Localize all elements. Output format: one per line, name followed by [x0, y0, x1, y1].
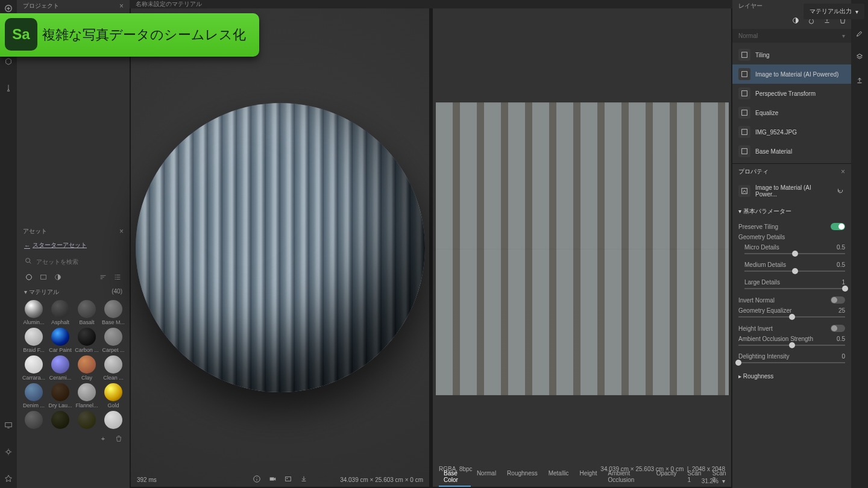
- delete-asset-icon[interactable]: [114, 434, 124, 443]
- close-icon[interactable]: ×: [119, 2, 124, 10]
- add-asset-icon[interactable]: +: [98, 434, 108, 443]
- channel-tab[interactable]: Opacity: [652, 468, 682, 487]
- channel-tab[interactable]: Normal: [472, 468, 501, 487]
- export-icon[interactable]: [299, 474, 309, 484]
- layer-row[interactable]: IMG_9524.JPG: [732, 122, 851, 142]
- svg-rect-20: [742, 130, 747, 135]
- preserve-tiling-toggle[interactable]: [831, 223, 845, 230]
- assets-panel-header: アセット ×: [17, 225, 130, 237]
- reset-icon[interactable]: [835, 186, 845, 196]
- zoom-control[interactable]: 31.2% ▾: [702, 478, 725, 484]
- layer-row[interactable]: Equalize: [732, 103, 851, 122]
- material-item[interactable]: Cerami...: [48, 355, 72, 381]
- left-toolstrip: [0, 0, 17, 488]
- material-label: Gold: [101, 402, 125, 408]
- filter-contrast-icon[interactable]: [53, 272, 63, 282]
- material-label: Asphalt: [48, 319, 72, 325]
- material-output-dropdown[interactable]: マテリアル出力 ▾: [804, 4, 864, 19]
- delighting-slider[interactable]: [738, 362, 845, 363]
- sort-icon[interactable]: [98, 272, 108, 282]
- view-list-icon[interactable]: [113, 272, 122, 282]
- material-item[interactable]: Asphalt: [48, 300, 72, 325]
- material-item[interactable]: Carrara...: [22, 355, 46, 381]
- material-item[interactable]: [75, 411, 99, 430]
- channel-tab[interactable]: Metallic: [544, 468, 574, 487]
- invert-normal-toggle[interactable]: [831, 296, 845, 304]
- layers-icon[interactable]: [855, 52, 864, 61]
- layer-name: Base Material: [755, 148, 792, 155]
- ai-icon: [738, 185, 750, 197]
- material-label: Clay: [75, 375, 99, 381]
- monitor-icon[interactable]: [4, 421, 13, 430]
- center-area: 名称未設定のマテリアル 34.039 cm × 25.603 cm × 0 cm…: [130, 0, 732, 488]
- material-item[interactable]: Car Paint: [48, 328, 72, 353]
- material-item[interactable]: [22, 411, 46, 430]
- layer-row[interactable]: Base Material: [732, 142, 851, 161]
- material-thumbnail: [25, 383, 43, 401]
- channel-tab[interactable]: Height: [575, 468, 602, 487]
- material-item[interactable]: Braid F...: [22, 328, 46, 353]
- filter-image-icon[interactable]: [39, 272, 48, 282]
- cube-icon[interactable]: [4, 57, 13, 66]
- layer-row[interactable]: Tiling: [732, 45, 851, 64]
- gear-icon[interactable]: [4, 447, 13, 457]
- micro-details-slider[interactable]: [744, 253, 845, 254]
- close-icon[interactable]: ×: [119, 227, 124, 236]
- blend-mode-dropdown[interactable]: Normal ▾: [732, 29, 851, 43]
- material-item[interactable]: Carpet ...: [101, 328, 125, 353]
- material-item[interactable]: [48, 411, 72, 430]
- arrow-left-icon: ←: [24, 242, 30, 249]
- material-item[interactable]: Clean ...: [101, 355, 125, 381]
- asset-search[interactable]: [17, 253, 130, 270]
- assets-panel: アセット × ← スターターアセット ▾ マテリアル (40) Al: [17, 225, 130, 488]
- brush-icon[interactable]: [855, 28, 864, 37]
- chevron-down-icon: ▾: [842, 33, 845, 39]
- material-thumbnail: [78, 411, 96, 429]
- filter-sphere-icon[interactable]: [24, 272, 34, 282]
- viewport-2d[interactable]: [433, 37, 731, 460]
- channel-tab[interactable]: Base Color: [439, 468, 471, 487]
- chevron-down-icon: ▾: [722, 478, 725, 484]
- channel-tab[interactable]: Roughness: [502, 468, 542, 487]
- asset-search-input[interactable]: [36, 258, 122, 265]
- material-item[interactable]: Base M...: [101, 300, 125, 325]
- material-item[interactable]: Carbon ...: [75, 328, 99, 353]
- layers-list: TilingImage to Material (AI Powered)Pers…: [732, 43, 851, 163]
- channel-tab[interactable]: Ambient Occlusion: [603, 468, 650, 487]
- material-item[interactable]: Denim ...: [22, 383, 46, 408]
- tiling-icon: [738, 49, 750, 61]
- material-item[interactable]: Alumin...: [22, 300, 46, 325]
- layer-row[interactable]: Perspective Transform: [732, 84, 851, 103]
- material-label: Basalt: [75, 319, 99, 325]
- info-icon[interactable]: [252, 474, 262, 484]
- large-details-slider[interactable]: [744, 288, 845, 289]
- pin-icon[interactable]: [4, 83, 13, 93]
- ao-strength-slider[interactable]: [738, 345, 845, 346]
- material-item[interactable]: Dry Lau...: [48, 383, 72, 408]
- material-item[interactable]: Flannel...: [75, 383, 99, 408]
- basic-params-header[interactable]: ▾ 基本パラメーター: [732, 202, 851, 221]
- share-icon[interactable]: [855, 76, 864, 86]
- contrast-icon[interactable]: [791, 16, 800, 25]
- image-icon[interactable]: [283, 474, 293, 484]
- starter-assets-link[interactable]: ← スターターアセット: [17, 237, 130, 253]
- material-label: Carpet ...: [101, 347, 125, 353]
- material-label: Dry Lau...: [48, 402, 72, 408]
- material-item[interactable]: Clay: [75, 355, 99, 381]
- height-invert-toggle[interactable]: [831, 325, 845, 332]
- close-icon[interactable]: ×: [841, 167, 845, 176]
- camera-icon[interactable]: [268, 474, 277, 484]
- material-item[interactable]: [101, 411, 125, 430]
- layer-row[interactable]: Image to Material (AI Powered): [732, 64, 851, 84]
- material-item[interactable]: Gold: [101, 383, 125, 408]
- materials-section-header[interactable]: ▾ マテリアル (40): [17, 284, 130, 300]
- plugin-icon[interactable]: [4, 474, 13, 483]
- left-panel: プロジェクト × 環境光 + 3D オブジェクト (Beta) + アセット ×…: [17, 0, 130, 488]
- material-item[interactable]: Basalt: [75, 300, 99, 325]
- viewport-3d[interactable]: 34.039 cm × 25.603 cm × 0 cm 392 ms: [131, 8, 429, 487]
- roughness-section-header[interactable]: ▸ Roughness: [732, 368, 851, 384]
- add-icon[interactable]: [4, 4, 13, 13]
- geometry-equalizer-slider[interactable]: [738, 316, 845, 318]
- medium-details-slider[interactable]: [744, 271, 845, 272]
- material-label: Alumin...: [22, 319, 46, 325]
